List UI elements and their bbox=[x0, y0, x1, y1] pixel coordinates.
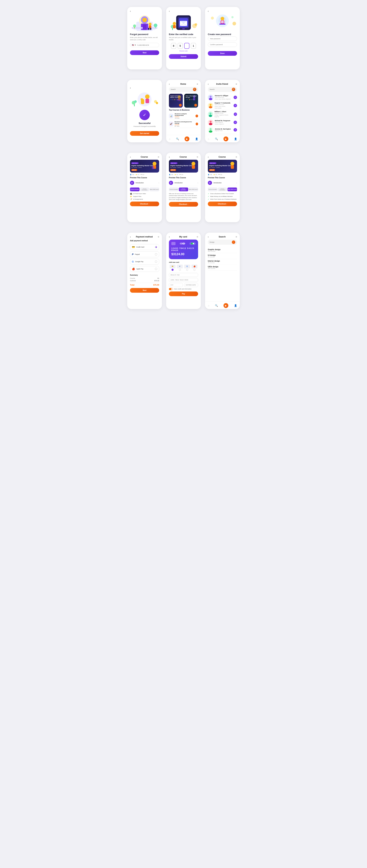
featured-course-1[interactable]: Digital marketing Master Course 👤 2k ⭐ 4… bbox=[169, 94, 183, 107]
done-button[interactable]: Done bbox=[208, 51, 237, 56]
learn-item-1: ✓ Grow a Business Online From Scratch bbox=[208, 193, 237, 195]
tab-course-included-2[interactable]: Course Included bbox=[169, 187, 178, 191]
search-result-3[interactable]: Interior design 46 courses bbox=[208, 259, 237, 265]
nav-profile-icon[interactable]: 👤 bbox=[234, 304, 237, 307]
search-results-input[interactable] bbox=[209, 241, 232, 243]
otp-box-2[interactable]: 5 bbox=[177, 43, 183, 49]
nav-explore-icon[interactable]: 🔍 bbox=[215, 304, 218, 307]
nav-profile-icon[interactable]: 👤 bbox=[195, 137, 198, 140]
otp-box-3[interactable] bbox=[184, 43, 190, 49]
credit-card-label: Credit Card bbox=[136, 246, 153, 248]
tab-course-description-3[interactable]: Course Description bbox=[218, 187, 227, 191]
next-button[interactable]: Next bbox=[130, 50, 159, 55]
course-1-illus bbox=[175, 94, 182, 102]
play-icon[interactable]: ▶ bbox=[130, 181, 134, 185]
add-friend-3-button[interactable]: + bbox=[234, 113, 237, 116]
nav-arrow-icon[interactable]: › bbox=[179, 104, 182, 106]
nav-home-icon[interactable]: ⌂ bbox=[169, 137, 170, 140]
resend-link[interactable]: Resend code bbox=[169, 50, 198, 52]
confirm-password-input[interactable] bbox=[208, 42, 237, 47]
nav-home-icon[interactable]: ⌂ bbox=[208, 137, 209, 140]
nav-arrow-2-icon[interactable]: › bbox=[194, 104, 197, 106]
nav-profile-icon[interactable]: 👤 bbox=[234, 137, 237, 140]
cc-toggle-switch[interactable] bbox=[190, 242, 196, 245]
tab-what-learn[interactable]: What I Will Learn? bbox=[150, 187, 159, 191]
payment-next-button[interactable]: Next bbox=[130, 288, 159, 293]
add-friend-2-button[interactable]: + bbox=[233, 104, 237, 107]
submit-button[interactable]: Submit bbox=[169, 54, 198, 59]
featured-course-2[interactable]: Start a Business in 90 days 👤 1k ⭐ 4.8 ❤… bbox=[184, 94, 198, 107]
apple-pay-option[interactable]: 🍎 Apple Pay bbox=[130, 266, 159, 272]
card-type-google[interactable]: G bbox=[184, 265, 190, 271]
tab-course-included-3[interactable]: Course Included bbox=[208, 187, 217, 191]
tab-course-description-2[interactable]: Course Description bbox=[179, 187, 188, 191]
invite-search-button[interactable]: 🔍 bbox=[232, 88, 235, 91]
menu-icon[interactable]: ≡ bbox=[197, 236, 198, 238]
nav-courses-icon[interactable]: ▶ bbox=[223, 303, 228, 308]
add-friend-5-button[interactable]: + bbox=[233, 128, 237, 132]
search-input[interactable] bbox=[171, 89, 193, 90]
back-arrow-icon[interactable]: ‹ bbox=[130, 10, 131, 12]
add-friend-4-button[interactable]: + bbox=[233, 121, 237, 124]
menu-icon[interactable]: ≡ bbox=[197, 156, 198, 158]
menu-icon[interactable]: ≡ bbox=[158, 156, 159, 158]
likes-stat-3: ❤ 9.1k bbox=[219, 174, 222, 175]
google-pay-radio[interactable] bbox=[155, 260, 157, 263]
business-course-2[interactable]: 🚀 Business development for startup ★★★★☆… bbox=[169, 120, 198, 128]
menu-icon[interactable]: ≡ bbox=[236, 236, 237, 238]
search-result-1[interactable]: Graphic design 465 courses bbox=[208, 248, 237, 253]
invite-search-input[interactable] bbox=[209, 89, 232, 90]
get-started-button[interactable]: Get started bbox=[130, 131, 159, 136]
bc-nav-icon-1[interactable]: › bbox=[196, 115, 198, 117]
paypal-radio[interactable] bbox=[155, 253, 157, 255]
google-pay-option[interactable]: G Google Pay bbox=[130, 259, 159, 265]
search-result-2[interactable]: Ui design 35 courses bbox=[208, 253, 237, 259]
apple-pay-logo-icon: 🍎 bbox=[132, 268, 135, 270]
paypal-option[interactable]: P Paypal bbox=[130, 251, 159, 257]
tab-course-description[interactable]: Course Description bbox=[140, 187, 149, 191]
expiry-input[interactable] bbox=[184, 283, 198, 287]
svg-point-75 bbox=[192, 162, 195, 166]
menu-icon[interactable]: ≡ bbox=[197, 83, 198, 85]
card-number-input[interactable] bbox=[169, 278, 198, 282]
checkout-button-3[interactable]: Checkout › bbox=[208, 202, 237, 206]
tab-what-learn-2[interactable]: What I Will Learn? bbox=[189, 187, 198, 191]
credit-card-option[interactable]: 💳 Credit Card bbox=[130, 244, 159, 250]
card-type-mc[interactable]: 💳 bbox=[170, 265, 175, 271]
nav-explore-icon[interactable]: 🔍 bbox=[215, 137, 218, 140]
back-arrow-icon[interactable]: ‹ bbox=[169, 10, 170, 12]
nav-explore-icon[interactable]: 🔍 bbox=[176, 137, 179, 140]
cardholder-name-input[interactable] bbox=[169, 273, 198, 277]
nav-courses-icon[interactable]: ▶ bbox=[223, 136, 228, 141]
back-arrow-icon[interactable]: ‹ bbox=[208, 10, 209, 12]
business-course-1[interactable]: 📊 Business analysis fundamentals ★★★★☆ 1… bbox=[169, 112, 198, 120]
tab-course-included[interactable]: Course Included bbox=[130, 187, 140, 191]
credit-card-radio[interactable] bbox=[155, 246, 157, 248]
menu-icon[interactable]: ≡ bbox=[236, 83, 237, 85]
back-arrow-icon[interactable]: ‹ bbox=[130, 87, 131, 89]
cvv-input[interactable] bbox=[169, 283, 183, 287]
pay-button[interactable]: Pay bbox=[169, 291, 198, 296]
search-results-button[interactable]: › bbox=[232, 241, 235, 244]
play-icon-3[interactable]: ▶ bbox=[208, 181, 212, 185]
menu-icon[interactable]: ≡ bbox=[236, 156, 237, 158]
bc-nav-icon-2[interactable]: › bbox=[196, 123, 198, 125]
checkout-button-1[interactable]: Checkout › bbox=[130, 202, 159, 206]
tab-what-learn-3[interactable]: What I Will Learn? bbox=[227, 187, 237, 191]
phone-input-row[interactable]: 🇺🇸 ▼ +1-202-555-0176 bbox=[130, 43, 159, 47]
add-friend-1-button[interactable]: + bbox=[233, 96, 237, 99]
menu-icon[interactable]: ≡ bbox=[158, 236, 159, 238]
nav-home-icon[interactable]: ⌂ bbox=[208, 304, 209, 307]
save-toggle[interactable] bbox=[169, 288, 173, 290]
checkout-button-2[interactable]: Checkout › bbox=[169, 202, 198, 207]
play-icon-2[interactable]: ▶ bbox=[169, 181, 173, 185]
search-result-4[interactable]: UI/Ux design 595 courses bbox=[208, 265, 237, 271]
new-password-input[interactable] bbox=[208, 36, 237, 41]
apple-pay-radio[interactable] bbox=[155, 268, 157, 270]
card-type-apple[interactable]: 🍎 bbox=[192, 265, 197, 271]
card-type-paypal[interactable]: P bbox=[177, 265, 183, 271]
nav-courses-icon[interactable]: ▶ bbox=[185, 136, 190, 141]
otp-box-4[interactable]: 1 bbox=[191, 43, 196, 49]
otp-box-1[interactable]: 8 bbox=[171, 43, 176, 49]
search-button[interactable]: 🔍 bbox=[193, 88, 196, 91]
